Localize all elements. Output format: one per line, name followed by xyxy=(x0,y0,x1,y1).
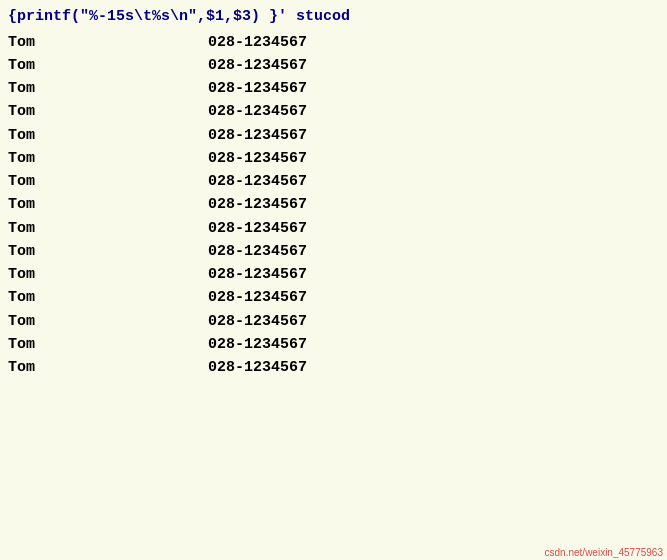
name-cell: Tom xyxy=(8,170,208,193)
table-row: Tom028-1234567 xyxy=(8,193,659,216)
name-cell: Tom xyxy=(8,147,208,170)
phone-cell: 028-1234567 xyxy=(208,310,307,333)
header-line: {printf("%-15s\t%s\n",$1,$3) }' stucod xyxy=(8,6,659,29)
table-row: Tom028-1234567 xyxy=(8,124,659,147)
name-cell: Tom xyxy=(8,310,208,333)
table-row: Tom028-1234567 xyxy=(8,100,659,123)
name-cell: Tom xyxy=(8,124,208,147)
name-cell: Tom xyxy=(8,77,208,100)
phone-cell: 028-1234567 xyxy=(208,193,307,216)
name-cell: Tom xyxy=(8,31,208,54)
table-row: Tom028-1234567 xyxy=(8,310,659,333)
phone-cell: 028-1234567 xyxy=(208,54,307,77)
phone-cell: 028-1234567 xyxy=(208,31,307,54)
table-row: Tom028-1234567 xyxy=(8,170,659,193)
table-row: Tom028-1234567 xyxy=(8,54,659,77)
table-row: Tom028-1234567 xyxy=(8,77,659,100)
name-cell: Tom xyxy=(8,333,208,356)
name-cell: Tom xyxy=(8,100,208,123)
phone-cell: 028-1234567 xyxy=(208,263,307,286)
phone-cell: 028-1234567 xyxy=(208,124,307,147)
name-cell: Tom xyxy=(8,263,208,286)
watermark: csdn.net/weixin_45775963 xyxy=(545,547,663,558)
table-row: Tom028-1234567 xyxy=(8,217,659,240)
header-text-1: {printf("%-15s\t%s\n",$1,$3) }' stucod xyxy=(8,8,350,25)
name-cell: Tom xyxy=(8,193,208,216)
phone-cell: 028-1234567 xyxy=(208,147,307,170)
table-row: Tom028-1234567 xyxy=(8,286,659,309)
terminal-window: {printf("%-15s\t%s\n",$1,$3) }' stucod T… xyxy=(0,0,667,560)
name-cell: Tom xyxy=(8,356,208,379)
phone-cell: 028-1234567 xyxy=(208,356,307,379)
phone-cell: 028-1234567 xyxy=(208,217,307,240)
table-row: Tom028-1234567 xyxy=(8,147,659,170)
table-row: Tom028-1234567 xyxy=(8,31,659,54)
phone-cell: 028-1234567 xyxy=(208,333,307,356)
phone-cell: 028-1234567 xyxy=(208,100,307,123)
name-cell: Tom xyxy=(8,286,208,309)
phone-cell: 028-1234567 xyxy=(208,77,307,100)
phone-cell: 028-1234567 xyxy=(208,286,307,309)
table-row: Tom028-1234567 xyxy=(8,240,659,263)
name-cell: Tom xyxy=(8,54,208,77)
phone-cell: 028-1234567 xyxy=(208,240,307,263)
table-row: Tom028-1234567 xyxy=(8,263,659,286)
name-cell: Tom xyxy=(8,217,208,240)
name-cell: Tom xyxy=(8,240,208,263)
phone-cell: 028-1234567 xyxy=(208,170,307,193)
table-row: Tom028-1234567 xyxy=(8,333,659,356)
table-row: Tom028-1234567 xyxy=(8,356,659,379)
data-rows-container: Tom028-1234567Tom028-1234567Tom028-12345… xyxy=(8,31,659,380)
